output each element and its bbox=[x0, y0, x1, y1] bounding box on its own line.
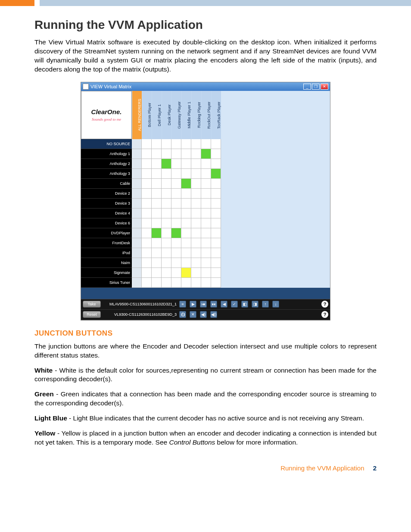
junction-button[interactable] bbox=[211, 248, 221, 258]
junction-button[interactable] bbox=[211, 139, 221, 149]
column-header[interactable]: Dell Player 1 bbox=[152, 91, 162, 139]
junction-button[interactable] bbox=[211, 278, 221, 288]
junction-button[interactable] bbox=[132, 149, 142, 159]
junction-button[interactable] bbox=[171, 139, 181, 149]
minimize-button[interactable]: _ bbox=[303, 84, 311, 90]
junction-button[interactable] bbox=[191, 149, 201, 159]
junction-button[interactable] bbox=[132, 199, 142, 208]
junction-button[interactable] bbox=[132, 268, 142, 278]
junction-button[interactable] bbox=[162, 199, 171, 208]
take-button[interactable]: Take bbox=[83, 301, 101, 308]
junction-button[interactable] bbox=[211, 159, 221, 169]
column-header[interactable]: Desk Player bbox=[162, 91, 171, 139]
junction-button[interactable] bbox=[201, 189, 211, 199]
junction-button[interactable] bbox=[132, 189, 142, 199]
junction-button[interactable] bbox=[142, 169, 152, 179]
row-header[interactable]: NO SOURCE bbox=[81, 139, 132, 149]
junction-button[interactable] bbox=[201, 248, 211, 258]
column-header[interactable]: RockOut Player bbox=[201, 91, 211, 139]
junction-button[interactable] bbox=[191, 218, 201, 228]
junction-button[interactable] bbox=[142, 278, 152, 288]
help-icon[interactable]: ? bbox=[321, 301, 328, 308]
junction-button[interactable] bbox=[132, 248, 142, 258]
junction-button[interactable] bbox=[211, 238, 221, 248]
junction-button[interactable] bbox=[162, 268, 171, 278]
junction-button[interactable] bbox=[152, 199, 162, 208]
junction-button[interactable] bbox=[211, 199, 221, 208]
junction-button[interactable] bbox=[152, 268, 162, 278]
junction-button[interactable] bbox=[171, 268, 181, 278]
row-header[interactable]: Naim bbox=[81, 258, 132, 268]
panel-right-icon[interactable]: ◨ bbox=[252, 301, 258, 308]
junction-button[interactable] bbox=[211, 149, 221, 159]
junction-button[interactable] bbox=[162, 159, 171, 169]
junction-button[interactable] bbox=[171, 278, 181, 288]
play-pause-icon[interactable]: ▶ bbox=[190, 301, 196, 308]
junction-button[interactable] bbox=[181, 268, 191, 278]
junction-button[interactable] bbox=[162, 149, 171, 159]
junction-button[interactable] bbox=[142, 179, 152, 189]
close-button[interactable]: ✕ bbox=[321, 84, 328, 90]
junction-button[interactable] bbox=[152, 169, 162, 179]
junction-button[interactable] bbox=[211, 189, 221, 199]
junction-button[interactable] bbox=[201, 258, 211, 268]
junction-button[interactable] bbox=[162, 139, 171, 149]
junction-button[interactable] bbox=[191, 169, 201, 179]
junction-button[interactable] bbox=[181, 199, 191, 208]
help-icon-2[interactable]: ? bbox=[321, 311, 328, 318]
row-header[interactable]: DVDPlayer bbox=[81, 228, 132, 238]
junction-button[interactable] bbox=[142, 228, 152, 238]
junction-button[interactable] bbox=[181, 238, 191, 248]
junction-button[interactable] bbox=[171, 199, 181, 208]
junction-button[interactable] bbox=[201, 218, 211, 228]
row-header[interactable]: Cable bbox=[81, 179, 132, 189]
junction-button[interactable] bbox=[132, 238, 142, 248]
junction-button[interactable] bbox=[152, 208, 162, 218]
junction-button[interactable] bbox=[211, 218, 221, 228]
junction-button[interactable] bbox=[191, 208, 201, 218]
up-icon[interactable]: ↑ bbox=[262, 301, 269, 308]
skip-back-icon[interactable]: ◀ bbox=[221, 301, 227, 308]
power-icon[interactable]: ⏻ bbox=[179, 311, 186, 318]
volume-up-icon[interactable]: ◀)) bbox=[210, 311, 217, 318]
junction-button[interactable] bbox=[181, 208, 191, 218]
junction-button[interactable] bbox=[191, 248, 201, 258]
junction-button[interactable] bbox=[171, 169, 181, 179]
junction-button[interactable] bbox=[171, 159, 181, 169]
junction-button[interactable] bbox=[162, 189, 171, 199]
junction-button[interactable] bbox=[162, 218, 171, 228]
junction-button[interactable] bbox=[152, 159, 162, 169]
junction-button[interactable] bbox=[181, 258, 191, 268]
junction-button[interactable] bbox=[191, 199, 201, 208]
junction-button[interactable] bbox=[181, 189, 191, 199]
junction-button[interactable] bbox=[181, 248, 191, 258]
junction-button[interactable] bbox=[211, 228, 221, 238]
junction-button[interactable] bbox=[201, 169, 211, 179]
menu-icon[interactable]: ≡ bbox=[179, 301, 186, 308]
junction-button[interactable] bbox=[191, 278, 201, 288]
junction-button[interactable] bbox=[162, 208, 171, 218]
junction-button[interactable] bbox=[191, 258, 201, 268]
junction-button[interactable] bbox=[152, 218, 162, 228]
junction-button[interactable] bbox=[191, 179, 201, 189]
junction-button[interactable] bbox=[211, 208, 221, 218]
junction-button[interactable] bbox=[132, 139, 142, 149]
junction-button[interactable] bbox=[152, 149, 162, 159]
junction-button[interactable] bbox=[201, 159, 211, 169]
row-header[interactable]: iPod bbox=[81, 248, 132, 258]
junction-button[interactable] bbox=[152, 189, 162, 199]
junction-button[interactable] bbox=[142, 258, 152, 268]
row-header[interactable]: FrontDesk bbox=[81, 238, 132, 248]
junction-button[interactable] bbox=[152, 228, 162, 238]
junction-button[interactable] bbox=[142, 268, 152, 278]
row-header[interactable]: Anthology 2 bbox=[81, 159, 132, 169]
junction-button[interactable] bbox=[132, 208, 142, 218]
column-header[interactable]: Middle Player 1 bbox=[181, 91, 191, 139]
junction-button[interactable] bbox=[201, 199, 211, 208]
junction-button[interactable] bbox=[132, 278, 142, 288]
junction-button[interactable] bbox=[211, 258, 221, 268]
row-header[interactable]: Device 6 bbox=[81, 218, 132, 228]
mute-icon[interactable]: ✕ bbox=[190, 311, 196, 318]
junction-button[interactable] bbox=[181, 218, 191, 228]
column-header[interactable]: ALL RENDERERS bbox=[132, 91, 142, 139]
